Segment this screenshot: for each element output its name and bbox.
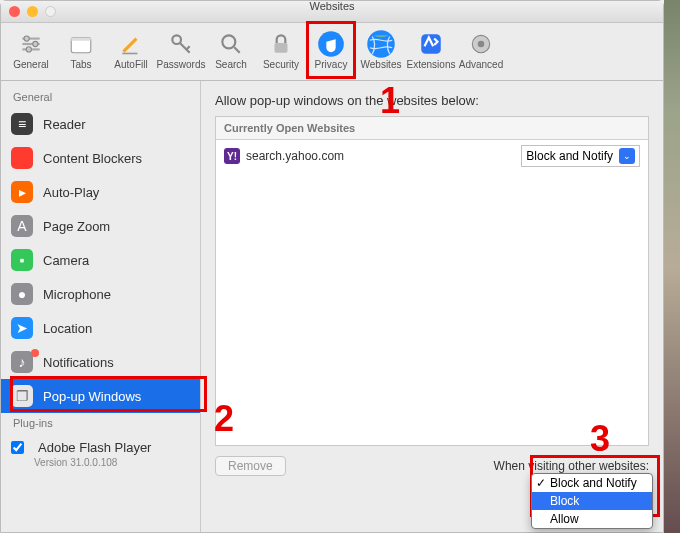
toolbar-security[interactable]: Security: [257, 29, 305, 79]
dropdown-option-block-notify[interactable]: Block and Notify: [532, 474, 652, 492]
sidebar-section-plugins: Plug-ins: [1, 413, 200, 433]
mic-icon: ●: [11, 283, 33, 305]
sidebar-item-flash[interactable]: Adobe Flash Player: [1, 433, 200, 461]
sidebar-section-general: General: [1, 87, 200, 107]
toolbar-label: Privacy: [315, 59, 348, 70]
plugin-enabled-checkbox[interactable]: [11, 441, 24, 454]
toolbar-label: General: [13, 59, 49, 70]
dropdown-option-block[interactable]: Block: [532, 492, 652, 510]
window-controls: [9, 6, 56, 17]
svg-point-3: [24, 35, 29, 40]
window-title: Websites: [1, 1, 663, 11]
main-panel: Allow pop-up windows on the websites bel…: [201, 81, 663, 532]
sidebar-item-reader[interactable]: ≡ Reader: [1, 107, 200, 141]
other-websites-label: When visiting other websites:: [494, 459, 649, 473]
svg-rect-7: [71, 37, 91, 40]
content-area: General ≡ Reader Content Blockers ▸ Auto…: [1, 81, 663, 532]
svg-point-5: [26, 46, 31, 51]
toolbar-passwords[interactable]: Passwords: [157, 29, 205, 79]
websites-list: Currently Open Websites Y! search.yahoo.…: [215, 116, 649, 446]
sidebar-item-label: Pop-up Windows: [43, 389, 141, 404]
sidebar-item-label: Auto-Play: [43, 185, 99, 200]
preferences-window: Websites General Tabs AutoFill Passwords: [0, 0, 664, 533]
sidebar-item-label: Microphone: [43, 287, 111, 302]
pencil-icon: [116, 29, 146, 59]
notification-badge-icon: [31, 349, 39, 357]
yahoo-favicon-icon: Y!: [224, 148, 240, 164]
sidebar-item-auto-play[interactable]: ▸ Auto-Play: [1, 175, 200, 209]
minimize-window-button[interactable]: [27, 6, 38, 17]
sidebar-item-label: Reader: [43, 117, 86, 132]
website-action-select[interactable]: Block and Notify ⌄: [521, 145, 640, 167]
search-icon: [216, 29, 246, 59]
sidebar-item-label: Camera: [43, 253, 89, 268]
titlebar: Websites: [1, 1, 663, 23]
panel-description: Allow pop-up windows on the websites bel…: [215, 93, 649, 108]
gear-icon: [466, 29, 496, 59]
toolbar-label: Websites: [361, 59, 402, 70]
tabs-icon: [66, 29, 96, 59]
zoom-window-button[interactable]: [45, 6, 56, 17]
sidebar-item-page-zoom[interactable]: A Page Zoom: [1, 209, 200, 243]
annotation-1: 1: [380, 80, 400, 122]
globe-icon: [366, 29, 396, 59]
sidebar-item-popup-windows[interactable]: ❐ Pop-up Windows: [1, 379, 200, 413]
sidebar-item-label: Page Zoom: [43, 219, 110, 234]
svg-point-16: [478, 40, 485, 47]
toolbar-autofill[interactable]: AutoFill: [107, 29, 155, 79]
toolbar-label: Passwords: [157, 59, 206, 70]
key-icon: [166, 29, 196, 59]
toolbar-label: Security: [263, 59, 299, 70]
bell-icon: ♪: [11, 351, 33, 373]
svg-point-10: [222, 35, 235, 48]
close-window-button[interactable]: [9, 6, 20, 17]
hand-icon: [316, 29, 346, 59]
dropdown-option-allow[interactable]: Allow: [532, 510, 652, 528]
gear-icon: [16, 29, 46, 59]
toolbar-label: Advanced: [459, 59, 503, 70]
svg-point-13: [367, 30, 395, 58]
reader-icon: ≡: [11, 113, 33, 135]
remove-button[interactable]: Remove: [215, 456, 286, 476]
toolbar-label: Tabs: [70, 59, 91, 70]
svg-rect-8: [122, 52, 137, 54]
annotation-3: 3: [590, 418, 610, 460]
toolbar-advanced[interactable]: Advanced: [457, 29, 505, 79]
svg-rect-11: [275, 42, 288, 52]
toolbar-label: Search: [215, 59, 247, 70]
website-row[interactable]: Y! search.yahoo.com Block and Notify ⌄: [216, 140, 648, 172]
sidebar-item-camera[interactable]: ▪ Camera: [1, 243, 200, 277]
desktop-background-strip: [664, 0, 680, 533]
extensions-icon: [416, 29, 446, 59]
sidebar-item-microphone[interactable]: ● Microphone: [1, 277, 200, 311]
sidebar-item-label: Notifications: [43, 355, 114, 370]
sidebar-item-notifications[interactable]: ♪ Notifications: [1, 345, 200, 379]
toolbar-general[interactable]: General: [7, 29, 55, 79]
sidebar-item-label: Adobe Flash Player: [38, 440, 151, 455]
camera-icon: ▪: [11, 249, 33, 271]
toolbar-tabs[interactable]: Tabs: [57, 29, 105, 79]
lock-icon: [266, 29, 296, 59]
svg-point-4: [33, 41, 38, 46]
svg-marker-17: [15, 151, 29, 165]
sidebar-item-label: Content Blockers: [43, 151, 142, 166]
other-websites-dropdown[interactable]: Block and Notify Block Allow: [531, 473, 653, 529]
svg-point-9: [172, 35, 181, 44]
sidebar-item-location[interactable]: ➤ Location: [1, 311, 200, 345]
toolbar-search[interactable]: Search: [207, 29, 255, 79]
play-icon: ▸: [11, 181, 33, 203]
toolbar-websites[interactable]: Websites: [357, 29, 405, 79]
preferences-toolbar: General Tabs AutoFill Passwords Search: [1, 23, 663, 81]
zoom-icon: A: [11, 215, 33, 237]
chevron-updown-icon: ⌄: [619, 148, 635, 164]
toolbar-extensions[interactable]: Extensions: [407, 29, 455, 79]
location-icon: ➤: [11, 317, 33, 339]
window-icon: ❐: [11, 385, 33, 407]
sidebar-item-content-blockers[interactable]: Content Blockers: [1, 141, 200, 175]
stop-icon: [11, 147, 33, 169]
toolbar-privacy[interactable]: Privacy: [307, 29, 355, 79]
list-header: Currently Open Websites: [216, 117, 648, 140]
toolbar-label: Extensions: [407, 59, 456, 70]
sidebar-item-label: Location: [43, 321, 92, 336]
website-domain: search.yahoo.com: [246, 149, 521, 163]
